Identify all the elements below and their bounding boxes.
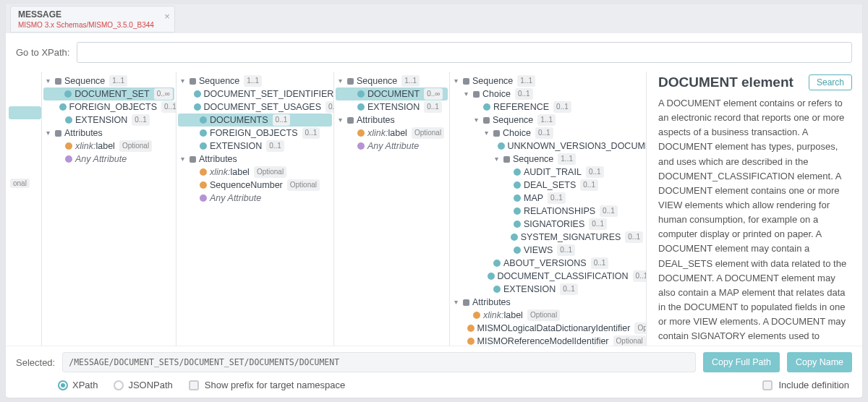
tree-node-label: Any Attribute xyxy=(210,192,261,204)
tree-node[interactable]: •Any Attribute xyxy=(178,192,332,205)
chevron-down-icon[interactable]: ▾ xyxy=(492,153,501,165)
radio-unchecked-icon xyxy=(114,380,124,390)
chevron-down-icon[interactable]: ▾ xyxy=(472,114,480,126)
tree-node[interactable]: •DOCUMENT0..∞ xyxy=(336,87,448,100)
tree-node[interactable]: •MAP0..1 xyxy=(451,192,644,205)
tree-node[interactable]: •xlink:labelOptional xyxy=(178,166,332,179)
tree-node-label: FOREIGN_OBJECTS xyxy=(69,101,158,113)
elem-icon xyxy=(194,90,201,98)
selected-path-input[interactable] xyxy=(62,352,696,372)
tree-node[interactable]: •DOCUMENT_SET0..∞ xyxy=(43,87,174,100)
tree-node[interactable]: ▾Attributes xyxy=(336,114,448,127)
tree-node-label: UNKNOWN_VERSION3_DOCUMENT xyxy=(508,140,647,152)
elem-icon xyxy=(514,168,521,176)
tree-node[interactable]: ▾Choice0..1 xyxy=(451,127,644,140)
radio-checked-icon xyxy=(58,380,68,390)
chevron-down-icon[interactable]: ▾ xyxy=(43,127,52,139)
tree-node[interactable]: •RELATIONSHIPS0..1 xyxy=(451,205,644,218)
xpath-radio[interactable]: XPath xyxy=(58,380,98,390)
cardinality-badge: 0..1 xyxy=(132,114,150,126)
tree-node[interactable]: •DOCUMENT_SET_USAGES0..1 xyxy=(178,100,332,114)
tree-column-1: ▾Sequence1..1•DOCUMENT_SET_IDENTIFIERS0.… xyxy=(176,72,334,346)
cardinality-badge: 0..1 xyxy=(535,127,553,139)
tree-node[interactable]: •FOREIGN_OBJECTS0..1 xyxy=(178,127,332,140)
show-prefix-checkbox[interactable]: Show prefix for target namespace xyxy=(189,380,345,390)
tree-node[interactable]: •EXTENSION0..1 xyxy=(43,114,174,127)
search-button[interactable]: Search xyxy=(809,74,852,90)
tree-node[interactable]: •EXTENSION0..1 xyxy=(178,140,332,153)
tree-node[interactable]: •DOCUMENT_CLASSIFICATION0..1 xyxy=(451,270,644,283)
tree-node[interactable]: ▾Sequence1..1 xyxy=(336,74,448,87)
tree-node[interactable]: •xlink:labelOptional xyxy=(451,309,644,322)
tree-node-label: EXTENSION xyxy=(503,283,556,295)
xpath-input[interactable] xyxy=(77,42,852,63)
chevron-down-icon[interactable]: ▾ xyxy=(43,75,52,87)
tree-node[interactable]: •xlink:labelOptional xyxy=(336,127,448,140)
elem-icon xyxy=(59,103,67,111)
cardinality-badge: 0..∞ xyxy=(424,88,443,100)
ancestor-badge: onal xyxy=(10,179,30,188)
tree-node-label: Choice xyxy=(503,127,531,139)
elem-icon xyxy=(514,208,521,215)
tree-node[interactable]: •REFERENCE0..1 xyxy=(451,100,644,114)
tree-node[interactable]: •DOCUMENT_SET_IDENTIFIERS0..1 xyxy=(178,87,332,100)
tree-node[interactable]: •EXTENSION0..1 xyxy=(336,100,448,114)
include-definition-checkbox[interactable]: Include definition xyxy=(762,380,849,390)
tree-node-label: Sequence xyxy=(64,75,105,87)
tree-node[interactable]: ▾Attributes xyxy=(178,153,332,166)
tree-node-label: DOCUMENTS xyxy=(210,114,268,126)
chevron-down-icon[interactable]: ▾ xyxy=(451,296,460,308)
tree-node[interactable]: ▾Attributes xyxy=(451,296,644,309)
tree-node-label: RELATIONSHIPS xyxy=(524,205,595,217)
ancestor-stub-column: onal xyxy=(9,72,42,346)
tree-node[interactable]: •FOREIGN_OBJECTS0..1 xyxy=(43,100,174,114)
tree-node[interactable]: ▾Sequence1..1 xyxy=(451,153,644,166)
seq-icon xyxy=(463,78,469,85)
tree-node-label: MISMOLogicalDataDictionaryIdentifier xyxy=(477,322,631,334)
xpath-radio-label: XPath xyxy=(72,380,98,390)
tree-node[interactable]: ▾Sequence1..1 xyxy=(451,74,644,87)
tree-node[interactable]: •EXTENSION0..1 xyxy=(451,283,644,296)
jsonpath-radio[interactable]: JSONPath xyxy=(114,380,172,390)
chevron-down-icon[interactable]: ▾ xyxy=(336,75,344,87)
tree-node-label: AUDIT_TRAIL xyxy=(524,166,582,178)
tree-node[interactable]: •xlink:labelOptional xyxy=(43,140,174,153)
chevron-down-icon[interactable]: ▾ xyxy=(461,88,470,100)
tree-node[interactable]: •MISMOReferenceModelIdentifierOptional xyxy=(451,335,644,346)
tree-node[interactable]: ▾Attributes xyxy=(43,127,174,140)
cardinality-badge: 0..1 xyxy=(326,101,334,113)
tree-column-2: ▾Sequence1..1•DOCUMENT0..∞•EXTENSION0..1… xyxy=(334,72,450,346)
tree-node-label: Sequence xyxy=(493,114,533,126)
tree-node[interactable]: •SYSTEM_SIGNATURES0..1 xyxy=(451,231,644,244)
tree-node[interactable]: •AUDIT_TRAIL0..1 xyxy=(451,166,644,179)
tree-node[interactable]: •DEAL_SETS0..1 xyxy=(451,179,644,192)
copy-full-path-button[interactable]: Copy Full Path xyxy=(703,352,780,372)
chevron-down-icon[interactable]: ▾ xyxy=(451,75,460,87)
tree-node-label: DOCUMENT_SET_IDENTIFIERS xyxy=(204,88,334,100)
tree-node[interactable]: ▾Sequence1..1 xyxy=(43,74,174,87)
close-icon[interactable]: × xyxy=(164,11,170,22)
copy-name-button[interactable]: Copy Name xyxy=(787,352,852,372)
tree-node[interactable]: ▾Sequence1..1 xyxy=(451,114,644,127)
chevron-down-icon[interactable]: ▾ xyxy=(178,153,187,165)
tree-node[interactable]: •Any Attribute xyxy=(336,140,448,153)
elem-icon xyxy=(514,221,521,228)
tree-node[interactable]: •SIGNATORIES0..1 xyxy=(451,218,644,231)
cardinality-badge: 0..1 xyxy=(424,101,442,113)
tree-node[interactable]: •UNKNOWN_VERSION3_DOCUMENT0..1 xyxy=(451,140,644,153)
tree-node[interactable]: •ABOUT_VERSIONS0..1 xyxy=(451,257,644,270)
choice-icon xyxy=(493,130,500,137)
cardinality-badge: 0..1 xyxy=(589,218,607,230)
chevron-down-icon[interactable]: ▾ xyxy=(178,75,187,87)
chevron-down-icon[interactable]: ▾ xyxy=(336,114,344,126)
schema-tab[interactable]: MESSAGE MISMO 3.x Schemas/MISMO_3.5.0_B3… xyxy=(10,6,175,33)
tree-node[interactable]: ▾Sequence1..1 xyxy=(178,74,332,87)
tree-node[interactable]: •DOCUMENTS0..1 xyxy=(178,114,332,127)
tree-node[interactable]: ▾Choice0..1 xyxy=(451,87,644,100)
chevron-down-icon[interactable]: ▾ xyxy=(482,127,490,139)
tree-node-label: MAP xyxy=(524,192,543,204)
tree-node[interactable]: •Any Attribute xyxy=(43,153,174,166)
tree-node[interactable]: •MISMOLogicalDataDictionaryIdentifierOpt… xyxy=(451,322,644,335)
tree-node[interactable]: •VIEWS0..1 xyxy=(451,244,644,257)
tree-node[interactable]: •SequenceNumberOptional xyxy=(178,179,332,192)
